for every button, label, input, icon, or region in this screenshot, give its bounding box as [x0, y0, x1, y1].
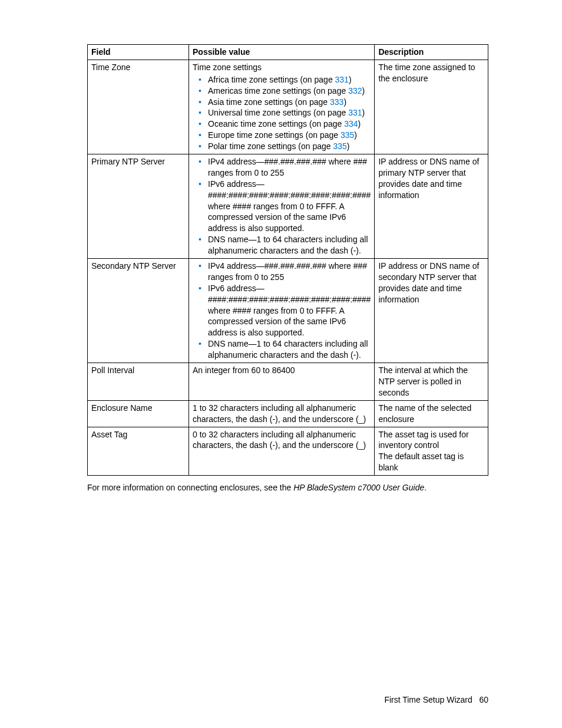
after-text-period: . [424, 483, 427, 492]
field-value: 1 to 32 characters including all alphanu… [189, 400, 375, 427]
list-item: IPv4 address—###.###.###.### where ### r… [201, 156, 371, 179]
list-item: Africa time zone settings (on page 331) [201, 74, 371, 85]
field-value: IPv4 address—###.###.###.### where ### r… [189, 154, 375, 259]
row-primary-ntp: Primary NTP Server IPv4 address—###.###.… [88, 154, 488, 259]
footer-label: First Time Setup Wizard [384, 695, 472, 704]
list-item: Universal time zone settings (on page 33… [201, 107, 371, 118]
doc-reference: HP BladeSystem c7000 User Guide [293, 483, 424, 492]
table-header-row: Field Possible value Description [88, 45, 488, 60]
row-asset-tag: Asset Tag 0 to 32 characters including a… [88, 427, 488, 476]
list-item: Polar time zone settings (on page 335) [201, 141, 371, 152]
ntp-list: IPv4 address—###.###.###.### where ### r… [193, 156, 371, 256]
list-item: IPv6 address—####:####:####:####:####:##… [201, 179, 371, 234]
field-desc: IP address or DNS name of secondary NTP … [375, 259, 488, 363]
header-possible-value: Possible value [189, 45, 375, 60]
field-label: Enclosure Name [88, 400, 189, 427]
field-label: Poll Interval [88, 363, 189, 401]
field-label: Asset Tag [88, 427, 189, 476]
field-desc: The interval at which the NTP server is … [375, 363, 488, 401]
field-desc: The name of the selected enclosure [375, 400, 488, 427]
footer-page: 60 [479, 695, 488, 704]
field-label: Secondary NTP Server [88, 259, 189, 363]
list-item: Americas time zone settings (on page 332… [201, 85, 371, 97]
asset-desc-line2: The default asset tag is blank [378, 451, 484, 473]
row-enclosure-name: Enclosure Name 1 to 32 characters includ… [88, 400, 488, 427]
list-item: Oceanic time zone settings (on page 334) [201, 118, 371, 130]
page-link[interactable]: 331 [348, 108, 362, 117]
page-link[interactable]: 334 [344, 119, 358, 129]
row-poll-interval: Poll Interval An integer from 60 to 8640… [88, 363, 488, 401]
field-value: IPv4 address—###.###.###.### where ### r… [189, 259, 375, 363]
field-value: An integer from 60 to 86400 [189, 363, 375, 401]
tz-list: Africa time zone settings (on page 331) … [193, 74, 371, 152]
field-desc: The time zone assigned to the enclosure [375, 60, 488, 154]
field-value: 0 to 32 characters including all alphanu… [189, 427, 375, 476]
field-label: Primary NTP Server [88, 154, 189, 259]
list-item: DNS name—1 to 64 characters including al… [201, 234, 371, 256]
tz-heading: Time zone settings [193, 62, 371, 73]
list-item: Europe time zone settings (on page 335) [201, 130, 371, 141]
page-footer: First Time Setup Wizard 60 [384, 695, 488, 704]
list-item: DNS name—1 to 64 characters including al… [201, 338, 371, 361]
field-table: Field Possible value Description Time Zo… [87, 44, 488, 476]
field-value: Time zone settings Africa time zone sett… [189, 60, 375, 154]
header-description: Description [375, 45, 488, 60]
list-item: Asia time zone settings (on page 333) [201, 97, 371, 108]
page-link[interactable]: 335 [333, 141, 346, 151]
after-paragraph: For more information on connecting enclo… [87, 483, 488, 492]
row-time-zone: Time Zone Time zone settings Africa time… [88, 60, 488, 154]
after-text-prefix: For more information on connecting enclo… [87, 483, 293, 492]
field-label: Time Zone [88, 60, 189, 154]
ntp-list: IPv4 address—###.###.###.### where ### r… [193, 261, 371, 361]
page-link[interactable]: 333 [330, 97, 343, 107]
field-desc: The asset tag is used for inventory cont… [375, 427, 488, 476]
page-link[interactable]: 335 [340, 130, 354, 140]
field-desc: IP address or DNS name of primary NTP se… [375, 154, 488, 259]
page-link[interactable]: 331 [335, 75, 349, 84]
list-item: IPv6 address—####:####:####:####:####:##… [201, 283, 371, 338]
asset-desc-line1: The asset tag is used for inventory cont… [378, 429, 484, 452]
row-secondary-ntp: Secondary NTP Server IPv4 address—###.##… [88, 259, 488, 363]
list-item: IPv4 address—###.###.###.### where ### r… [201, 261, 371, 283]
header-field: Field [88, 45, 189, 60]
page-link[interactable]: 332 [348, 86, 362, 95]
